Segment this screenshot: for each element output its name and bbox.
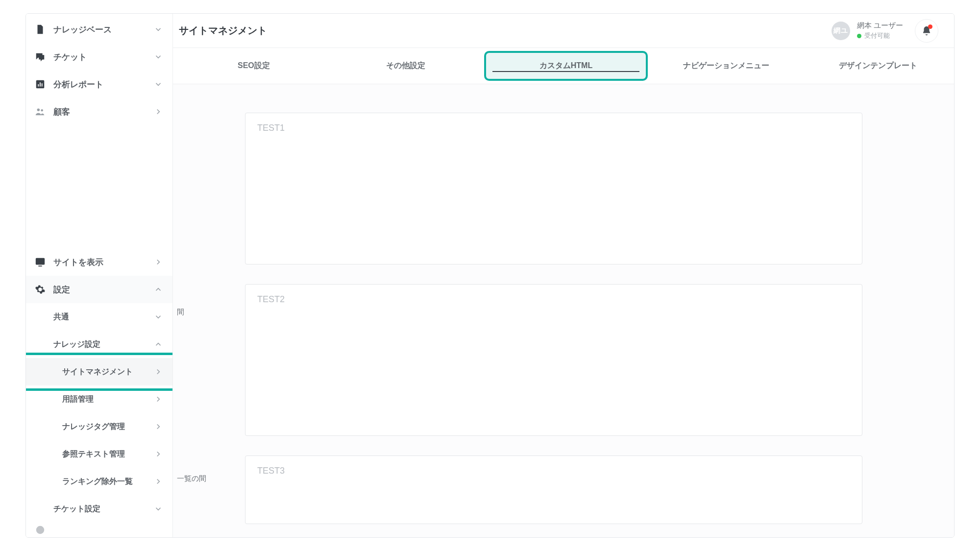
chevron-down-icon [154, 52, 163, 61]
chevron-down-icon [154, 504, 163, 513]
sidebar-item-reference-text[interactable]: 参照テキスト管理 [26, 440, 172, 468]
circle-icon [35, 525, 46, 535]
content: TEST1 TEST2 TEST3 [245, 113, 862, 524]
card-label: TEST3 [257, 466, 850, 476]
chevron-right-icon [154, 258, 163, 266]
sidebar-top: ナレッジベース チケット 分析レポート 顧客 [26, 14, 172, 125]
chevron-down-icon [154, 80, 163, 89]
sidebar-item-label: 分析レポート [53, 79, 103, 90]
gear-icon [35, 284, 46, 295]
knowledge-settings-submenu: サイトマネジメント 用語管理 ナレッジタグ管理 参照テキスト管理 [26, 358, 172, 495]
sidebar-item-settings[interactable]: 設定 [26, 276, 172, 303]
avatar: 網ユ [832, 22, 850, 40]
sidebar-item-label: サイトを表示 [53, 257, 103, 268]
header-right: 網ユ 網本 ユーザー 受付可能 [832, 19, 938, 43]
card-label: TEST2 [257, 294, 850, 305]
svg-rect-1 [38, 84, 39, 87]
sidebar-item-glossary[interactable]: 用語管理 [26, 385, 172, 413]
sidebar-item-label: チケット [53, 51, 87, 63]
notification-badge-icon [928, 24, 932, 29]
chevron-right-icon [154, 450, 163, 458]
sidebar-item-knowledge-tags[interactable]: ナレッジタグ管理 [26, 413, 172, 440]
chevron-right-icon [154, 395, 163, 404]
svg-rect-6 [36, 259, 45, 264]
chevron-right-icon [154, 367, 163, 376]
sidebar-item-site-management[interactable]: サイトマネジメント [26, 358, 172, 385]
sidebar-item-label: ランキング除外一覧 [62, 477, 133, 487]
chevron-right-icon [154, 107, 163, 116]
tab-design-template[interactable]: デザインテンプレート [802, 48, 954, 84]
sidebar-item-common[interactable]: 共通 [26, 303, 172, 331]
tab-custom-html[interactable]: カスタムHTML [484, 51, 647, 81]
sidebar-item-label: 用語管理 [62, 394, 94, 405]
bg-hint-2: 一覧の間 [177, 474, 206, 483]
tab-navigation-menu[interactable]: ナビゲーションメニュー [651, 48, 803, 84]
sidebar-item-label: 参照テキスト管理 [62, 449, 125, 459]
app-frame: サイトマネジメント 網ユ 網本 ユーザー 受付可能 [25, 13, 955, 538]
svg-point-5 [41, 109, 43, 112]
card-label: TEST1 [257, 123, 850, 133]
svg-point-8 [37, 527, 44, 534]
custom-html-card-1[interactable]: TEST1 [245, 113, 862, 264]
document-icon [35, 24, 46, 35]
custom-html-card-3[interactable]: TEST3 [245, 455, 862, 524]
sidebar-item-label: ナレッジ設定 [53, 339, 100, 350]
chevron-up-icon [154, 285, 163, 294]
monitor-icon [35, 257, 46, 267]
sidebar-item-knowledge-settings[interactable]: ナレッジ設定 [26, 331, 172, 358]
user-text: 網本 ユーザー 受付可能 [857, 21, 903, 40]
chevron-down-icon [154, 25, 163, 34]
sidebar-item-label: ナレッジベース [53, 24, 112, 35]
sidebar-item-label: チケット設定 [53, 504, 100, 514]
sidebar-item-label: サイトマネジメント [62, 367, 133, 377]
sidebar-item-label: 共通 [53, 312, 69, 322]
user-name: 網本 ユーザー [857, 21, 903, 30]
sidebar-item-customers[interactable]: 顧客 [26, 98, 172, 125]
sidebar-item-view-site[interactable]: サイトを表示 [26, 248, 172, 276]
chevron-right-icon [154, 422, 163, 431]
chart-icon [35, 79, 46, 90]
tab-seo[interactable]: SEO設定 [178, 48, 330, 84]
sidebar-item-ticket[interactable]: チケット [26, 43, 172, 71]
chevron-down-icon [154, 312, 163, 321]
chevron-right-icon [154, 477, 163, 486]
page-title: サイトマネジメント [179, 24, 267, 37]
sidebar-item-label: ナレッジタグ管理 [62, 422, 125, 432]
sidebar-item-ticket-settings[interactable]: チケット設定 [26, 495, 172, 523]
user-block[interactable]: 網ユ 網本 ユーザー 受付可能 [832, 21, 903, 40]
bg-hint-1: 間 [177, 308, 184, 317]
people-icon [35, 106, 46, 117]
user-status-text: 受付可能 [864, 31, 890, 40]
sidebar: ナレッジベース チケット 分析レポート 顧客 [26, 14, 173, 537]
svg-rect-3 [42, 83, 43, 86]
notifications-button[interactable] [915, 19, 938, 43]
sidebar-item-cutoff[interactable] [26, 523, 172, 537]
tab-other[interactable]: その他設定 [330, 48, 482, 84]
sidebar-item-knowledgebase[interactable]: ナレッジベース [26, 16, 172, 43]
status-dot-icon [857, 34, 861, 38]
sidebar-item-ranking-exclude[interactable]: ランキング除外一覧 [26, 468, 172, 495]
sidebar-item-label: 顧客 [53, 106, 70, 118]
custom-html-card-2[interactable]: TEST2 [245, 284, 862, 436]
sidebar-item-label: 設定 [53, 284, 70, 295]
svg-point-4 [37, 109, 40, 112]
user-status: 受付可能 [857, 31, 903, 40]
sidebar-bottom: サイトを表示 設定 共通 ナレッジ設定 [26, 248, 172, 537]
chat-icon [35, 51, 46, 62]
chevron-up-icon [154, 340, 163, 349]
svg-rect-2 [40, 82, 41, 86]
sidebar-item-analytics[interactable]: 分析レポート [26, 71, 172, 98]
